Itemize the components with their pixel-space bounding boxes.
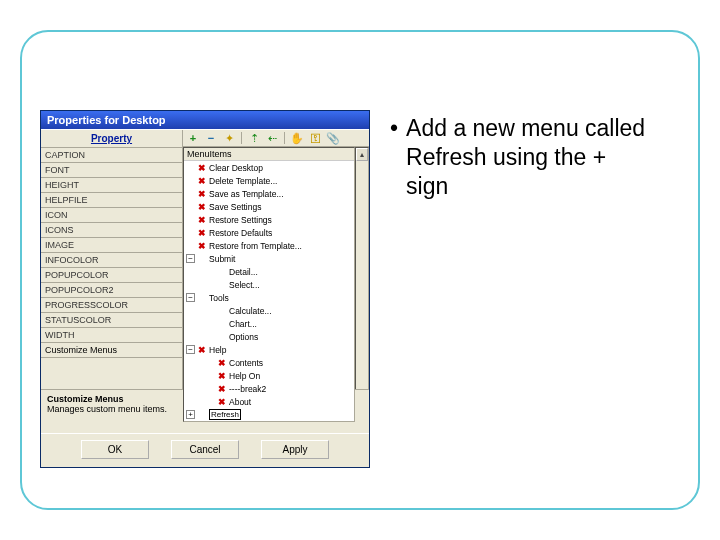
tree-item: ✖About bbox=[206, 395, 354, 408]
tree-header: MenuItems bbox=[184, 148, 354, 161]
tree-item: ✖Help On bbox=[206, 369, 354, 382]
move-up-icon[interactable]: ⇡ bbox=[248, 132, 260, 144]
add-icon[interactable]: + bbox=[187, 132, 199, 144]
apply-button[interactable]: Apply bbox=[261, 440, 329, 459]
expand-icon[interactable]: + bbox=[186, 410, 195, 419]
expand-icon[interactable]: − bbox=[186, 345, 195, 354]
key-icon[interactable]: ⚿ bbox=[309, 132, 321, 144]
tree-group-submit: −Submit bbox=[186, 252, 354, 265]
prop-helpfile[interactable]: HELPFILE bbox=[41, 193, 182, 208]
bullet-icon: • bbox=[390, 114, 398, 200]
ok-button[interactable]: OK bbox=[81, 440, 149, 459]
toolbar-separator bbox=[284, 132, 285, 144]
prop-customize-menus[interactable]: Customize Menus bbox=[41, 343, 182, 358]
properties-dialog: Properties for Desktop Property CAPTION … bbox=[40, 110, 370, 468]
tree-item: ✖Delete Template... bbox=[186, 174, 354, 187]
tree-item: ✖Contents bbox=[206, 356, 354, 369]
slide-frame: Properties for Desktop Property CAPTION … bbox=[20, 30, 700, 510]
menu-tree[interactable]: MenuItems ✖Clear Desktop ✖Delete Templat… bbox=[183, 147, 355, 422]
prop-icons[interactable]: ICONS bbox=[41, 223, 182, 238]
tree-item: Select... bbox=[206, 278, 354, 291]
prop-font[interactable]: FONT bbox=[41, 163, 182, 178]
tree-item: Calculate... bbox=[206, 304, 354, 317]
remove-icon[interactable]: − bbox=[205, 132, 217, 144]
prop-statuscolor[interactable]: STATUSCOLOR bbox=[41, 313, 182, 328]
dialog-title: Properties for Desktop bbox=[47, 114, 166, 126]
prop-height[interactable]: HEIGHT bbox=[41, 178, 182, 193]
tree-item: ✖Save as Template... bbox=[186, 187, 354, 200]
prop-image[interactable]: IMAGE bbox=[41, 238, 182, 253]
tree-item: ✖Save Settings bbox=[186, 200, 354, 213]
dialog-button-bar: OK Cancel Apply bbox=[41, 433, 369, 467]
scroll-up-icon[interactable]: ▴ bbox=[356, 148, 368, 161]
tree-item: ✖Restore from Template... bbox=[186, 239, 354, 252]
content-row: Properties for Desktop Property CAPTION … bbox=[22, 32, 698, 486]
tree-item: Chart... bbox=[206, 317, 354, 330]
clip-icon[interactable]: 📎 bbox=[327, 132, 339, 144]
instruction-content: Add a new menu called Refresh using the … bbox=[406, 114, 650, 200]
toolbar-separator bbox=[241, 132, 242, 144]
tree-group-tools: −Tools bbox=[186, 291, 354, 304]
tree-item-refresh: +Refresh bbox=[186, 408, 354, 421]
cancel-button[interactable]: Cancel bbox=[171, 440, 239, 459]
tree-item: Detail... bbox=[206, 265, 354, 278]
tree-item: ✖----break2 bbox=[206, 382, 354, 395]
move-left-icon[interactable]: ⇠ bbox=[266, 132, 278, 144]
expand-icon[interactable]: − bbox=[186, 293, 195, 302]
dialog-titlebar[interactable]: Properties for Desktop bbox=[41, 111, 369, 129]
prop-popupcolor2[interactable]: POPUPCOLOR2 bbox=[41, 283, 182, 298]
tree-item: ✖Restore Settings bbox=[186, 213, 354, 226]
prop-width[interactable]: WIDTH bbox=[41, 328, 182, 343]
menu-editor-pane: + − ✦ ⇡ ⇠ ✋ ⚿ 📎 MenuItems bbox=[183, 130, 369, 389]
prop-popupcolor[interactable]: POPUPCOLOR bbox=[41, 268, 182, 283]
expand-icon[interactable]: − bbox=[186, 254, 195, 263]
instruction-text: • Add a new menu called Refresh using th… bbox=[390, 110, 650, 200]
wizard-icon[interactable]: ✦ bbox=[223, 132, 235, 144]
menu-toolbar: + − ✦ ⇡ ⇠ ✋ ⚿ 📎 bbox=[183, 130, 369, 147]
prop-infocolor[interactable]: INFOCOLOR bbox=[41, 253, 182, 268]
tree-wrap: MenuItems ✖Clear Desktop ✖Delete Templat… bbox=[183, 147, 369, 422]
prop-icon[interactable]: ICON bbox=[41, 208, 182, 223]
prop-caption[interactable]: CAPTION bbox=[41, 148, 182, 163]
prop-progresscolor[interactable]: PROGRESSCOLOR bbox=[41, 298, 182, 313]
prop-spacer bbox=[41, 358, 182, 389]
tree-item: ✖Clear Desktop bbox=[186, 161, 354, 174]
property-list-pane: Property CAPTION FONT HEIGHT HELPFILE IC… bbox=[41, 130, 183, 389]
tree-group-help: −✖Help bbox=[186, 343, 354, 356]
tree-item: Options bbox=[206, 330, 354, 343]
property-header-link[interactable]: Property bbox=[41, 130, 182, 148]
vertical-scrollbar[interactable]: ▴ ▾ bbox=[355, 147, 369, 422]
tree-item: ✖Restore Defaults bbox=[186, 226, 354, 239]
dialog-body: Property CAPTION FONT HEIGHT HELPFILE IC… bbox=[41, 129, 369, 389]
hand-icon[interactable]: ✋ bbox=[291, 132, 303, 144]
